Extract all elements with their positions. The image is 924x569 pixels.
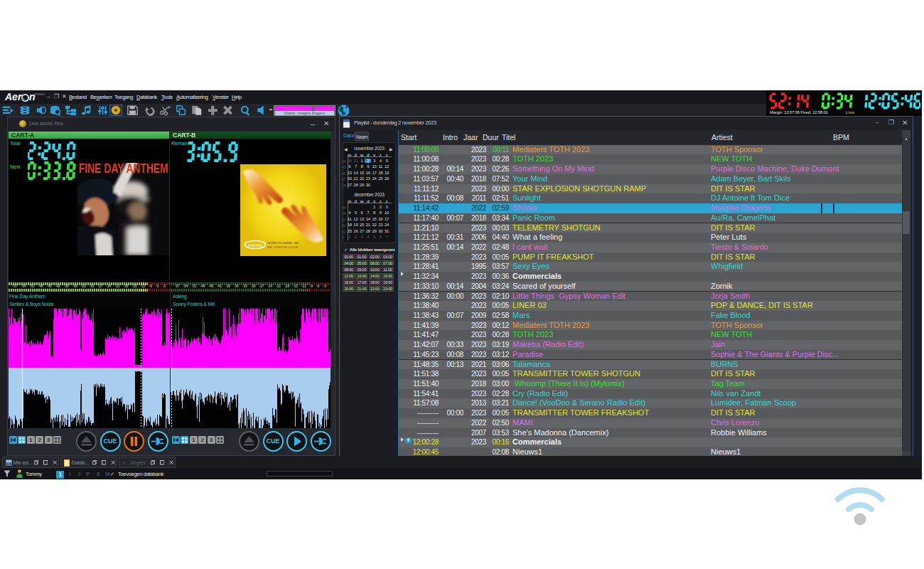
svg-text:ASKING: ASKING <box>248 243 263 248</box>
svg-text:FEAT. CLEMENTINE DOUGLAS: FEAT. CLEMENTINE DOUGLAS <box>267 246 299 249</box>
svg-text:SONNY FODERA · MK: SONNY FODERA · MK <box>267 241 299 245</box>
